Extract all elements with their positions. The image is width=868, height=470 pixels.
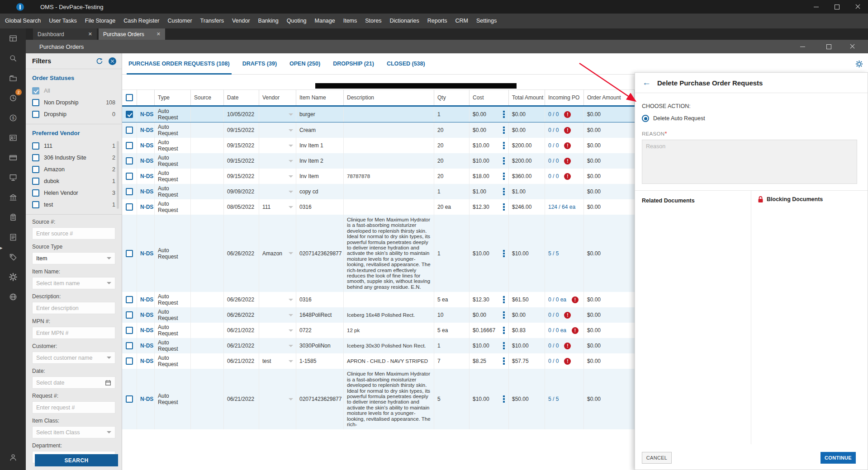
row-select-checkbox[interactable]: [122, 122, 137, 138]
cell-vendor-dropdown[interactable]: [259, 323, 296, 338]
status-tab-open[interactable]: OPEN (250): [289, 53, 320, 75]
reason-textarea[interactable]: [642, 140, 857, 184]
column-header-description[interactable]: Description: [344, 90, 434, 105]
table-row[interactable]: N-DSAuto Request06/26/202203165 ea$12.30…: [122, 292, 635, 307]
checkbox[interactable]: [126, 250, 133, 257]
menu-item-file-storage[interactable]: File Storage: [81, 14, 119, 28]
menu-item-stores[interactable]: Stores: [361, 14, 385, 28]
menu-item-transfers[interactable]: Transfers: [196, 14, 228, 28]
menu-item-settings[interactable]: Settings: [472, 14, 501, 28]
menu-item-crm[interactable]: CRM: [451, 14, 472, 28]
sidebar-item-catalog[interactable]: [0, 227, 26, 247]
incoming-po-link[interactable]: 0 / 0: [548, 358, 559, 364]
clear-filters-icon[interactable]: [109, 57, 116, 65]
kebab-menu-icon[interactable]: [503, 342, 505, 344]
sidebar-item-web[interactable]: [0, 287, 26, 307]
input-description[interactable]: Enter description: [32, 302, 115, 314]
cell-incoming-po[interactable]: 0 / 0: [545, 138, 584, 153]
cell-incoming-po[interactable]: 5 / 5: [545, 369, 584, 429]
row-select-checkbox[interactable]: [122, 138, 137, 153]
incoming-po-link[interactable]: 0 / 0 ea: [548, 327, 566, 334]
status-tab-dropship[interactable]: DROPSHIP (21): [333, 53, 374, 75]
row-select-checkbox[interactable]: [122, 338, 137, 353]
row-select-checkbox[interactable]: [122, 153, 137, 169]
kebab-menu-icon[interactable]: [503, 173, 505, 174]
filter-option-111[interactable]: 1111: [32, 140, 115, 152]
filter-option-amazon[interactable]: Amazon2: [32, 164, 115, 175]
menu-item-global-search[interactable]: Global Search: [1, 14, 45, 28]
menu-item-manage[interactable]: Manage: [311, 14, 339, 28]
cell-vendor-dropdown[interactable]: [259, 153, 296, 169]
cancel-button[interactable]: CANCEL: [642, 452, 672, 464]
calendar-icon[interactable]: [105, 380, 111, 386]
column-header-incoming-po[interactable]: Incoming PO: [545, 90, 584, 105]
cell-incoming-po[interactable]: 0 / 0: [545, 107, 584, 122]
checkbox[interactable]: [126, 127, 133, 134]
sidebar-item-inventory[interactable]: [0, 207, 26, 227]
sidebar-item-tags[interactable]: [0, 247, 26, 267]
filter-option-helen-vendor[interactable]: Helen Vendor3: [32, 187, 115, 199]
inner-close-button[interactable]: [842, 40, 868, 53]
incoming-po-link[interactable]: 5 / 5: [548, 250, 559, 257]
incoming-po-link[interactable]: 0 / 0: [548, 111, 559, 118]
incoming-po-link[interactable]: 5 / 5: [548, 396, 559, 402]
grid-settings-gear-icon[interactable]: [855, 60, 863, 68]
status-tab-closed[interactable]: CLOSED (538): [387, 53, 425, 75]
checkbox[interactable]: [126, 342, 133, 349]
row-select-checkbox[interactable]: [122, 353, 137, 369]
row-select-checkbox[interactable]: [122, 169, 137, 184]
minimize-button[interactable]: [806, 0, 826, 14]
input-date[interactable]: Select date: [32, 376, 115, 389]
cell-incoming-po[interactable]: 0 / 0: [545, 169, 584, 184]
incoming-po-link[interactable]: 0 / 0: [548, 343, 559, 349]
input-mpn[interactable]: Enter MPN #: [32, 327, 115, 339]
dropdown-customer[interactable]: Select customer name: [32, 352, 115, 364]
cell-incoming-po[interactable]: 124 / 64 ea: [545, 199, 584, 215]
radio-selected-icon[interactable]: [642, 115, 649, 122]
column-header-date[interactable]: Date: [224, 90, 259, 105]
kebab-menu-icon[interactable]: [503, 357, 505, 359]
tab-purchase-orders-close-icon[interactable]: ✕: [151, 31, 161, 37]
incoming-po-link[interactable]: 0 / 0: [548, 173, 559, 179]
row-select-checkbox[interactable]: [122, 307, 137, 323]
cell-vendor-dropdown[interactable]: [259, 184, 296, 199]
sidebar-item-payment-card[interactable]: [0, 148, 26, 168]
table-row[interactable]: N-DSAuto Request06/26/2022Amazon02071423…: [122, 215, 635, 292]
checkbox[interactable]: [126, 327, 133, 334]
table-row[interactable]: N-DSAuto Request06/21/20223030PoliNonIce…: [122, 338, 635, 353]
table-row[interactable]: N-DSAuto Request06/26/20221648PoliRectIc…: [122, 307, 635, 323]
back-arrow-icon[interactable]: ←: [642, 78, 651, 88]
filter-option-dropship[interactable]: Dropship0: [32, 108, 115, 120]
incoming-po-link[interactable]: 0 / 0 ea: [548, 296, 566, 303]
filter-option-test[interactable]: test1: [32, 199, 115, 211]
checkbox[interactable]: [126, 173, 133, 180]
cell-incoming-po[interactable]: 0 / 0: [545, 353, 584, 369]
table-row[interactable]: N-DSAuto Request06/21/2022test1-1585APRO…: [122, 353, 635, 369]
tab-dashboard-close-icon[interactable]: ✕: [83, 31, 92, 37]
table-row[interactable]: N-DSAuto Request06/21/202202071423629877…: [122, 369, 635, 429]
cell-incoming-po[interactable]: 0 / 0: [545, 122, 584, 138]
table-row[interactable]: N-DSAuto Request08/05/2022111031620 ea$1…: [122, 199, 635, 215]
panel-expander-icon[interactable]: ▸: [0, 245, 3, 251]
kebab-menu-icon[interactable]: [503, 157, 505, 159]
cell-vendor-dropdown[interactable]: [259, 138, 296, 153]
refresh-filters-icon[interactable]: [95, 57, 103, 65]
status-tab-drafts[interactable]: DRAFTS (39): [242, 53, 277, 75]
cell-vendor-dropdown[interactable]: [259, 122, 296, 138]
row-select-checkbox[interactable]: [122, 292, 137, 307]
checkbox[interactable]: [32, 111, 39, 118]
cell-incoming-po[interactable]: [545, 184, 584, 199]
checkbox[interactable]: [126, 296, 133, 303]
sidebar-item-dashboard[interactable]: [0, 28, 26, 48]
vendor-list-scrollbar[interactable]: [117, 141, 119, 209]
sidebar-item-tasks[interactable]: 2: [0, 88, 26, 108]
row-select-checkbox[interactable]: [122, 369, 137, 429]
sidebar-item-contacts[interactable]: [0, 128, 26, 148]
table-row[interactable]: N-DSAuto Request10/05/2022burger1$0.00$0…: [122, 106, 635, 122]
menu-item-vendor[interactable]: Vendor: [228, 14, 254, 28]
incoming-po-link[interactable]: 0 / 0: [548, 158, 559, 164]
sidebar-item-bank[interactable]: [0, 188, 26, 207]
kebab-menu-icon[interactable]: [503, 127, 505, 128]
dropdown-item-name[interactable]: Select item name: [32, 277, 115, 289]
input-request[interactable]: Enter request #: [32, 401, 115, 414]
